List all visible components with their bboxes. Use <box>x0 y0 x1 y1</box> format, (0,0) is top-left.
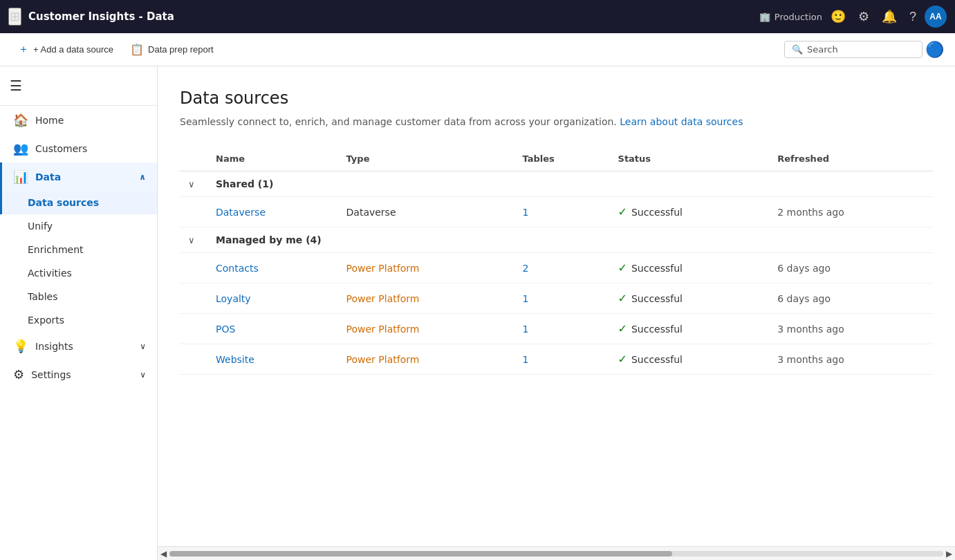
status-check-icon: ✓ <box>618 353 627 366</box>
sidebar-item-activities[interactable]: Activities <box>0 261 157 285</box>
data-sources-table: Name Type Tables Status Refreshed <box>180 147 933 375</box>
table-row: Loyalty Power Platform 1 ✓ Successful 6 … <box>180 283 933 314</box>
row-spacer <box>180 253 207 283</box>
col-tables: Tables <box>514 147 610 171</box>
sidebar-item-exports[interactable]: Exports <box>0 308 157 332</box>
topbar: ⊞ Customer Insights - Data 🏢 Production … <box>0 0 955 33</box>
main-content: Data sources Seamlessly connect to, enri… <box>158 66 955 546</box>
status-check-icon: ✓ <box>618 205 627 218</box>
source-table-count: 1 <box>523 207 529 218</box>
col-refreshed: Refreshed <box>769 147 933 171</box>
table-row: Website Power Platform 1 ✓ Successful 3 … <box>180 344 933 375</box>
grid-icon[interactable]: ⊞ <box>8 8 21 26</box>
source-type: Power Platform <box>346 354 420 365</box>
source-table-count: 1 <box>523 324 529 335</box>
topbar-right: 🏢 Production 🙂 ⚙ 🔔 ? AA <box>759 6 947 28</box>
sidebar-item-unify[interactable]: Unify <box>0 214 157 238</box>
environment-selector[interactable]: 🏢 Production <box>759 12 822 22</box>
source-name-link[interactable]: Loyalty <box>216 293 251 304</box>
collapse-group-button[interactable]: ∨ <box>188 179 195 189</box>
bell-icon-btn[interactable]: 🔔 <box>878 6 901 27</box>
source-name-link[interactable]: Dataverse <box>216 207 266 218</box>
source-name-link[interactable]: POS <box>216 324 235 335</box>
collapse-group-button[interactable]: ∨ <box>188 235 195 245</box>
add-data-source-label: + Add a data source <box>33 44 113 55</box>
learn-link[interactable]: Learn about data sources <box>620 116 743 127</box>
sidebar-item-enrichment[interactable]: Enrichment <box>0 238 157 261</box>
source-name-link[interactable]: Contacts <box>216 263 259 274</box>
row-status: ✓ Successful <box>610 197 770 227</box>
sidebar-item-tables[interactable]: Tables <box>0 285 157 308</box>
app-title: Customer Insights - Data <box>28 10 752 23</box>
row-tables: 1 <box>514 314 610 344</box>
status-check-icon: ✓ <box>618 322 627 335</box>
table-row: Contacts Power Platform 2 ✓ Successful 6… <box>180 253 933 283</box>
customers-icon: 👥 <box>13 141 28 156</box>
main-layout: ☰ 🏠 Home 👥 Customers 📊 Data ∧ Data sourc… <box>0 66 955 560</box>
row-name: Website <box>207 344 338 375</box>
status-label: Successful <box>631 207 683 218</box>
source-type: Dataverse <box>346 207 396 218</box>
table-group-row: ∨ Managed by me (4) <box>180 227 933 253</box>
exports-label: Exports <box>28 315 64 326</box>
row-refreshed: 3 months ago <box>769 314 933 344</box>
status-label: Successful <box>631 354 683 365</box>
status-label: Successful <box>631 263 683 274</box>
source-type: Power Platform <box>346 263 420 274</box>
source-type: Power Platform <box>346 293 420 304</box>
enrichment-label: Enrichment <box>28 244 84 255</box>
status-label: Successful <box>631 293 683 304</box>
group-label: Managed by me (4) <box>207 227 933 253</box>
sidebar-item-customers[interactable]: 👥 Customers <box>0 134 157 162</box>
row-status: ✓ Successful <box>610 253 770 283</box>
sidebar-item-data[interactable]: 📊 Data ∧ <box>0 162 157 191</box>
sidebar-toggle-button[interactable]: ☰ <box>0 72 32 100</box>
search-icon: 🔍 <box>792 44 803 55</box>
row-type: Power Platform <box>338 314 514 344</box>
sidebar: ☰ 🏠 Home 👥 Customers 📊 Data ∧ Data sourc… <box>0 66 158 560</box>
row-spacer <box>180 283 207 314</box>
sidebar-item-home[interactable]: 🏠 Home <box>0 106 157 134</box>
page-title: Data sources <box>180 88 933 108</box>
sidebar-item-insights[interactable]: 💡 Insights ∨ <box>0 332 157 360</box>
report-icon: 📋 <box>130 43 144 56</box>
insights-icon: 💡 <box>13 339 28 353</box>
copilot-icon[interactable]: 🔵 <box>925 41 944 58</box>
col-status: Status <box>610 147 770 171</box>
row-name: Contacts <box>207 253 338 283</box>
row-status: ✓ Successful <box>610 283 770 314</box>
sidebar-item-settings[interactable]: ⚙ Settings ∨ <box>0 360 157 389</box>
group-label: Shared (1) <box>207 171 933 197</box>
avatar-button[interactable]: AA <box>925 6 947 28</box>
tables-label: Tables <box>28 291 58 302</box>
refreshed-time: 2 months ago <box>777 207 844 218</box>
row-refreshed: 2 months ago <box>769 197 933 227</box>
help-icon-btn[interactable]: ? <box>905 7 920 27</box>
smiley-icon-btn[interactable]: 🙂 <box>826 6 850 27</box>
settings-icon-btn[interactable]: ⚙ <box>854 6 873 27</box>
scrollbar-track[interactable] <box>169 551 943 557</box>
refreshed-time: 6 days ago <box>777 263 831 274</box>
settings-icon: ⚙ <box>13 367 24 382</box>
refreshed-time: 3 months ago <box>777 324 844 335</box>
sidebar-settings-label: Settings <box>31 369 71 380</box>
row-tables: 2 <box>514 253 610 283</box>
add-data-source-button[interactable]: ＋ + Add a data source <box>11 38 120 61</box>
subbar: ＋ + Add a data source 📋 Data prep report… <box>0 33 955 66</box>
scroll-right-button[interactable]: ▶ <box>946 549 952 559</box>
sidebar-customers-label: Customers <box>35 143 87 154</box>
table-row: POS Power Platform 1 ✓ Successful 3 mont… <box>180 314 933 344</box>
data-prep-report-button[interactable]: 📋 Data prep report <box>123 39 221 60</box>
row-type: Dataverse <box>338 197 514 227</box>
search-box[interactable]: 🔍 Search <box>784 41 922 58</box>
scroll-left-button[interactable]: ◀ <box>160 549 167 559</box>
row-spacer <box>180 344 207 375</box>
row-name: Dataverse <box>207 197 338 227</box>
source-name-link[interactable]: Website <box>216 354 254 365</box>
sidebar-item-data-sources[interactable]: Data sources <box>0 191 157 214</box>
data-chevron-icon: ∧ <box>139 172 146 182</box>
settings-chevron-icon: ∨ <box>140 370 146 380</box>
table-group-row: ∨ Shared (1) <box>180 171 933 197</box>
scrollbar-thumb[interactable] <box>169 551 672 557</box>
status-label: Successful <box>631 324 683 335</box>
